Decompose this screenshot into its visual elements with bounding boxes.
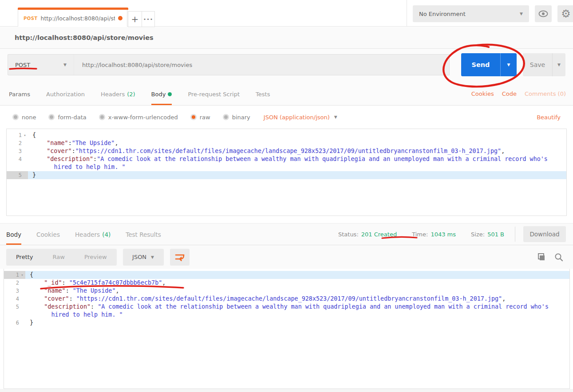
status-badge: 201 Created [361,231,397,238]
code-line[interactable]: 1▾{ [7,131,566,139]
copy-icon[interactable] [537,253,545,262]
code-line[interactable]: 1▾{ [4,271,569,279]
code-line[interactable]: hired to help him. " [4,311,569,319]
response-tab-cookies[interactable]: Cookies [36,223,60,245]
ellipsis-icon: ••• [143,16,153,22]
send-label: Send [461,53,500,76]
fold-caret-icon[interactable]: ▾ [22,131,28,139]
time-value: 1043 ms [431,231,456,238]
code-line[interactable]: 3 "name": "The Upside", [4,287,569,295]
view-raw[interactable]: Raw [43,249,75,266]
save-button[interactable]: Save ▼ [523,53,565,76]
code-line[interactable]: 5} [7,171,566,179]
code-text: "cover": "https://cdn1.thr.com/sites/def… [25,295,569,303]
response-format-row: Pretty Raw Preview JSON ▼ [0,245,573,269]
response-tab-headers[interactable]: Headers(4) [75,223,111,245]
view-preview[interactable]: Preview [75,249,117,266]
tab-options-button[interactable]: ••• [142,11,155,27]
code-text: "name":"The Upside", [28,139,566,147]
settings-button[interactable]: ⚙ [557,5,573,22]
method-select[interactable]: POST ▼ [8,54,74,75]
environment-select[interactable]: No Environment ▼ [413,5,529,22]
divider [515,227,515,242]
code-text: hired to help him. " [25,311,569,319]
send-options-button[interactable]: ▼ [500,53,517,76]
code-text: { [25,271,569,279]
line-gutter: 5 [7,171,28,179]
search-icon[interactable] [554,253,563,262]
cookies-link[interactable]: Cookies [471,90,494,97]
radio-x-www-form-urlencoded[interactable]: x-www-form-urlencoded [99,114,178,121]
code-line[interactable]: 2 "_id": "5c4e715fa74c07dbbb6ecb7b", [4,279,569,287]
send-button[interactable]: Send ▼ [461,53,517,76]
response-tab-body[interactable]: Body [6,223,21,245]
response-header: Body Cookies Headers(4) Test Results Sta… [0,223,573,245]
content-type-select[interactable]: JSON (application/json) ▼ [264,114,337,121]
code-text: hired to help him. " [28,163,566,171]
tab-params[interactable]: Params [9,82,30,105]
tab-tests[interactable]: Tests [256,82,270,105]
tab-headers[interactable]: Headers(2) [101,82,135,105]
code-line[interactable]: 5 "description": "A comedic look at the … [4,303,569,311]
fold-spacer [19,279,25,287]
code-text: } [28,171,566,179]
method-label: POST [15,62,30,68]
request-body-editor[interactable]: 1▾{2 "name":"The Upside",3 "cover":"http… [6,129,567,216]
line-gutter: 4 [7,155,28,163]
beautify-link[interactable]: Beautify [537,114,561,121]
code-text: "description": "A comedic look at the re… [25,303,569,311]
code-line[interactable]: 4 "description":"A comedic look at the r… [7,155,566,163]
line-gutter: 3 [4,287,25,295]
chevron-down-icon: ▼ [507,63,510,67]
response-body-editor[interactable]: 1▾{2 "_id": "5c4e715fa74c07dbbb6ecb7b",3… [4,269,570,389]
download-button[interactable]: Download [523,226,566,242]
chevron-down-icon: ▼ [520,12,523,16]
fold-spacer [19,319,25,327]
fold-caret-icon[interactable]: ▾ [19,271,25,279]
tab-method-badge: POST [24,16,37,21]
line-gutter: 3 [7,147,28,155]
code-line[interactable]: 4 "cover": "https://cdn1.thr.com/sites/d… [4,295,569,303]
wrap-lines-button[interactable] [170,249,190,266]
tab-url-label: http://localhost:8080/api/store/ [40,15,115,22]
code-text: } [25,319,569,327]
environment-quicklook-button[interactable] [535,5,552,22]
save-options-button[interactable]: ▼ [552,53,565,76]
view-pretty[interactable]: Pretty [6,249,43,266]
app-header: POST http://localhost:8080/api/store/ + … [0,0,573,27]
code-link[interactable]: Code [502,90,517,97]
radio-none[interactable]: none [12,114,36,121]
line-gutter: 1▾ [4,271,25,279]
response-headers-count-badge: (4) [102,231,111,238]
code-line[interactable]: 6} [4,319,569,327]
tab-pre-request-script[interactable]: Pre-request Script [188,82,240,105]
url-input[interactable] [74,54,450,75]
chevron-down-icon: ▼ [151,255,154,259]
code-line[interactable]: 2 "name":"The Upside", [7,139,566,147]
tab-authorization[interactable]: Authorization [46,82,85,105]
gear-icon: ⚙ [561,8,571,19]
code-text: "cover":"https://cdn1.thr.com/sites/defa… [28,147,566,155]
radio-binary[interactable]: binary [223,114,250,121]
response-tab-test-results[interactable]: Test Results [126,223,161,245]
request-tab[interactable]: POST http://localhost:8080/api/store/ [18,8,127,27]
fold-spacer [19,295,25,303]
code-text: { [28,131,566,139]
size-label: Size: [471,231,485,238]
fold-spacer [22,139,28,147]
code-line[interactable]: 3 "cover":"https://cdn1.thr.com/sites/de… [7,147,566,155]
unsaved-dot-icon [118,16,123,20]
comments-link[interactable]: Comments (0) [525,90,566,97]
radio-raw[interactable]: raw [190,114,210,121]
code-text: "description":"A comedic look at the rel… [28,155,566,163]
chevron-down-icon: ▼ [557,63,561,67]
radio-form-data[interactable]: form-data [48,114,86,121]
new-tab-button[interactable]: + [128,11,142,27]
line-gutter [7,163,28,171]
fold-spacer [22,147,28,155]
tab-body[interactable]: Body [151,82,172,105]
response-format-select[interactable]: JSON ▼ [123,249,164,266]
bottom-strip [0,389,573,392]
code-line[interactable]: hired to help him. " [7,163,566,171]
headers-count-badge: (2) [127,91,135,98]
